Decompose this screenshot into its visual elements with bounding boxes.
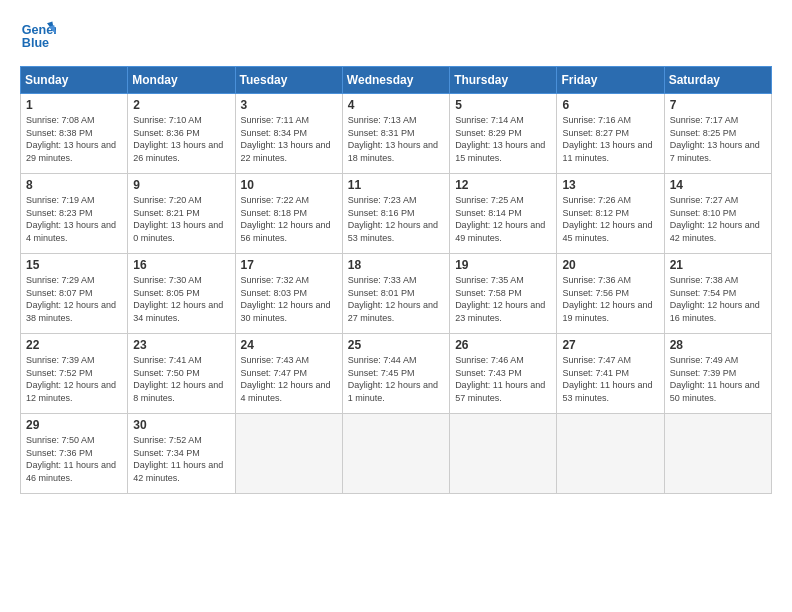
calendar-cell: 25 Sunrise: 7:44 AMSunset: 7:45 PMDaylig… — [342, 334, 449, 414]
weekday-header-tuesday: Tuesday — [235, 67, 342, 94]
day-info: Sunrise: 7:08 AMSunset: 8:38 PMDaylight:… — [26, 115, 116, 163]
calendar-week-1: 1 Sunrise: 7:08 AMSunset: 8:38 PMDayligh… — [21, 94, 772, 174]
calendar-week-3: 15 Sunrise: 7:29 AMSunset: 8:07 PMDaylig… — [21, 254, 772, 334]
day-number: 12 — [455, 178, 551, 192]
day-info: Sunrise: 7:14 AMSunset: 8:29 PMDaylight:… — [455, 115, 545, 163]
calendar-cell: 23 Sunrise: 7:41 AMSunset: 7:50 PMDaylig… — [128, 334, 235, 414]
calendar-cell: 21 Sunrise: 7:38 AMSunset: 7:54 PMDaylig… — [664, 254, 771, 334]
calendar-cell: 16 Sunrise: 7:30 AMSunset: 8:05 PMDaylig… — [128, 254, 235, 334]
day-number: 18 — [348, 258, 444, 272]
calendar-cell: 24 Sunrise: 7:43 AMSunset: 7:47 PMDaylig… — [235, 334, 342, 414]
calendar-cell: 3 Sunrise: 7:11 AMSunset: 8:34 PMDayligh… — [235, 94, 342, 174]
day-number: 10 — [241, 178, 337, 192]
calendar-cell — [235, 414, 342, 494]
day-number: 2 — [133, 98, 229, 112]
calendar-cell: 29 Sunrise: 7:50 AMSunset: 7:36 PMDaylig… — [21, 414, 128, 494]
day-info: Sunrise: 7:22 AMSunset: 8:18 PMDaylight:… — [241, 195, 331, 243]
day-info: Sunrise: 7:47 AMSunset: 7:41 PMDaylight:… — [562, 355, 652, 403]
day-info: Sunrise: 7:50 AMSunset: 7:36 PMDaylight:… — [26, 435, 116, 483]
day-info: Sunrise: 7:33 AMSunset: 8:01 PMDaylight:… — [348, 275, 438, 323]
logo: General Blue — [20, 16, 62, 52]
calendar-cell: 11 Sunrise: 7:23 AMSunset: 8:16 PMDaylig… — [342, 174, 449, 254]
weekday-header-monday: Monday — [128, 67, 235, 94]
day-number: 17 — [241, 258, 337, 272]
day-number: 7 — [670, 98, 766, 112]
day-number: 11 — [348, 178, 444, 192]
calendar-cell: 2 Sunrise: 7:10 AMSunset: 8:36 PMDayligh… — [128, 94, 235, 174]
calendar-week-4: 22 Sunrise: 7:39 AMSunset: 7:52 PMDaylig… — [21, 334, 772, 414]
calendar-cell: 8 Sunrise: 7:19 AMSunset: 8:23 PMDayligh… — [21, 174, 128, 254]
calendar-cell: 10 Sunrise: 7:22 AMSunset: 8:18 PMDaylig… — [235, 174, 342, 254]
calendar-cell — [342, 414, 449, 494]
calendar-cell: 12 Sunrise: 7:25 AMSunset: 8:14 PMDaylig… — [450, 174, 557, 254]
calendar-cell: 27 Sunrise: 7:47 AMSunset: 7:41 PMDaylig… — [557, 334, 664, 414]
header: General Blue — [20, 16, 772, 52]
day-number: 9 — [133, 178, 229, 192]
day-info: Sunrise: 7:30 AMSunset: 8:05 PMDaylight:… — [133, 275, 223, 323]
day-info: Sunrise: 7:41 AMSunset: 7:50 PMDaylight:… — [133, 355, 223, 403]
day-info: Sunrise: 7:27 AMSunset: 8:10 PMDaylight:… — [670, 195, 760, 243]
weekday-header-thursday: Thursday — [450, 67, 557, 94]
day-info: Sunrise: 7:32 AMSunset: 8:03 PMDaylight:… — [241, 275, 331, 323]
weekday-header-saturday: Saturday — [664, 67, 771, 94]
day-info: Sunrise: 7:43 AMSunset: 7:47 PMDaylight:… — [241, 355, 331, 403]
weekday-header-row: SundayMondayTuesdayWednesdayThursdayFrid… — [21, 67, 772, 94]
day-info: Sunrise: 7:36 AMSunset: 7:56 PMDaylight:… — [562, 275, 652, 323]
page-container: General Blue SundayMondayTuesdayWednesda… — [0, 0, 792, 504]
day-number: 15 — [26, 258, 122, 272]
calendar-week-2: 8 Sunrise: 7:19 AMSunset: 8:23 PMDayligh… — [21, 174, 772, 254]
calendar-cell: 20 Sunrise: 7:36 AMSunset: 7:56 PMDaylig… — [557, 254, 664, 334]
day-number: 16 — [133, 258, 229, 272]
day-info: Sunrise: 7:49 AMSunset: 7:39 PMDaylight:… — [670, 355, 760, 403]
day-number: 19 — [455, 258, 551, 272]
day-info: Sunrise: 7:16 AMSunset: 8:27 PMDaylight:… — [562, 115, 652, 163]
calendar-cell: 28 Sunrise: 7:49 AMSunset: 7:39 PMDaylig… — [664, 334, 771, 414]
day-number: 1 — [26, 98, 122, 112]
calendar-cell: 30 Sunrise: 7:52 AMSunset: 7:34 PMDaylig… — [128, 414, 235, 494]
day-number: 27 — [562, 338, 658, 352]
day-info: Sunrise: 7:17 AMSunset: 8:25 PMDaylight:… — [670, 115, 760, 163]
calendar-cell: 22 Sunrise: 7:39 AMSunset: 7:52 PMDaylig… — [21, 334, 128, 414]
day-number: 22 — [26, 338, 122, 352]
calendar-cell: 15 Sunrise: 7:29 AMSunset: 8:07 PMDaylig… — [21, 254, 128, 334]
day-info: Sunrise: 7:38 AMSunset: 7:54 PMDaylight:… — [670, 275, 760, 323]
day-number: 3 — [241, 98, 337, 112]
calendar-week-5: 29 Sunrise: 7:50 AMSunset: 7:36 PMDaylig… — [21, 414, 772, 494]
day-info: Sunrise: 7:46 AMSunset: 7:43 PMDaylight:… — [455, 355, 545, 403]
day-number: 25 — [348, 338, 444, 352]
calendar-cell: 5 Sunrise: 7:14 AMSunset: 8:29 PMDayligh… — [450, 94, 557, 174]
day-info: Sunrise: 7:13 AMSunset: 8:31 PMDaylight:… — [348, 115, 438, 163]
calendar-cell: 26 Sunrise: 7:46 AMSunset: 7:43 PMDaylig… — [450, 334, 557, 414]
day-info: Sunrise: 7:29 AMSunset: 8:07 PMDaylight:… — [26, 275, 116, 323]
day-number: 29 — [26, 418, 122, 432]
calendar-cell: 9 Sunrise: 7:20 AMSunset: 8:21 PMDayligh… — [128, 174, 235, 254]
logo-icon: General Blue — [20, 16, 56, 52]
day-info: Sunrise: 7:25 AMSunset: 8:14 PMDaylight:… — [455, 195, 545, 243]
day-number: 24 — [241, 338, 337, 352]
calendar-table: SundayMondayTuesdayWednesdayThursdayFrid… — [20, 66, 772, 494]
day-info: Sunrise: 7:44 AMSunset: 7:45 PMDaylight:… — [348, 355, 438, 403]
calendar-cell: 4 Sunrise: 7:13 AMSunset: 8:31 PMDayligh… — [342, 94, 449, 174]
day-info: Sunrise: 7:19 AMSunset: 8:23 PMDaylight:… — [26, 195, 116, 243]
day-info: Sunrise: 7:23 AMSunset: 8:16 PMDaylight:… — [348, 195, 438, 243]
calendar-cell: 19 Sunrise: 7:35 AMSunset: 7:58 PMDaylig… — [450, 254, 557, 334]
day-number: 13 — [562, 178, 658, 192]
day-info: Sunrise: 7:11 AMSunset: 8:34 PMDaylight:… — [241, 115, 331, 163]
calendar-cell: 6 Sunrise: 7:16 AMSunset: 8:27 PMDayligh… — [557, 94, 664, 174]
calendar-cell — [557, 414, 664, 494]
day-number: 8 — [26, 178, 122, 192]
day-number: 5 — [455, 98, 551, 112]
day-number: 14 — [670, 178, 766, 192]
day-number: 26 — [455, 338, 551, 352]
day-number: 23 — [133, 338, 229, 352]
calendar-cell: 18 Sunrise: 7:33 AMSunset: 8:01 PMDaylig… — [342, 254, 449, 334]
calendar-body: 1 Sunrise: 7:08 AMSunset: 8:38 PMDayligh… — [21, 94, 772, 494]
day-info: Sunrise: 7:26 AMSunset: 8:12 PMDaylight:… — [562, 195, 652, 243]
calendar-cell: 17 Sunrise: 7:32 AMSunset: 8:03 PMDaylig… — [235, 254, 342, 334]
weekday-header-wednesday: Wednesday — [342, 67, 449, 94]
weekday-header-sunday: Sunday — [21, 67, 128, 94]
day-info: Sunrise: 7:35 AMSunset: 7:58 PMDaylight:… — [455, 275, 545, 323]
day-number: 4 — [348, 98, 444, 112]
day-number: 6 — [562, 98, 658, 112]
calendar-cell: 14 Sunrise: 7:27 AMSunset: 8:10 PMDaylig… — [664, 174, 771, 254]
